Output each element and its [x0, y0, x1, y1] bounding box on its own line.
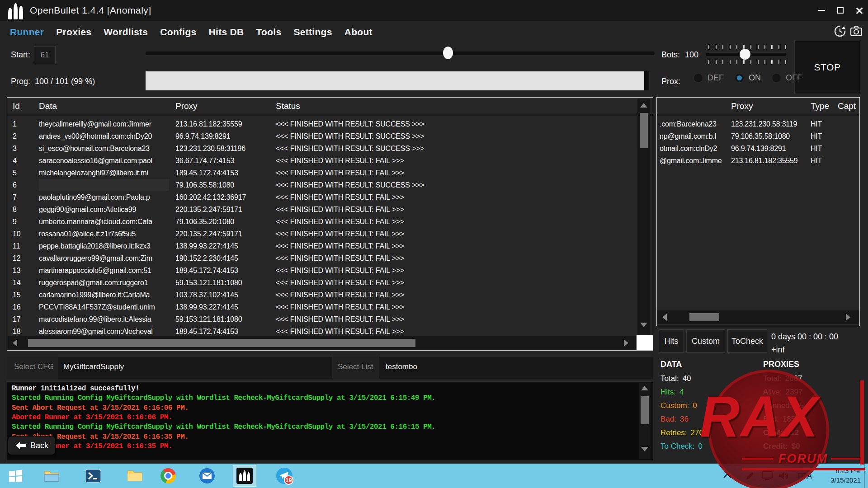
menu-item-settings[interactable]: Settings — [293, 27, 332, 38]
hits-header-type[interactable]: Type — [811, 98, 829, 115]
table-row[interactable]: 3si_esco@hotmail.com:Barcelona23123.231.… — [7, 142, 653, 155]
table-row[interactable]: 12cavallaroruggero99@gmail.com:Zim190.15… — [7, 252, 653, 264]
table-row[interactable]: 14ruggerospad@gmail.com:ruggero159.153.1… — [7, 277, 653, 289]
scroll-right-arrow[interactable] — [624, 339, 628, 347]
table-row[interactable]: 13martinarappocciolo5@gmail.com:51189.45… — [7, 264, 653, 277]
update-check-icon[interactable] — [833, 24, 847, 38]
hits-header-proxy[interactable]: Proxy — [731, 98, 753, 115]
file-explorer-icon[interactable] — [40, 465, 63, 487]
network-display-icon[interactable] — [761, 471, 773, 481]
minimize-button[interactable] — [814, 4, 829, 17]
tab-hits[interactable]: Hits — [659, 329, 684, 353]
tab-custom[interactable]: Custom — [686, 329, 725, 353]
wordlist-field[interactable] — [379, 357, 653, 379]
openbullet-taskbar-icon[interactable] — [233, 465, 256, 487]
close-button[interactable] — [852, 4, 867, 17]
hits-header-capture[interactable]: Capt — [838, 98, 859, 115]
openbullet-logo-icon — [7, 2, 25, 19]
thunderbird-mail-icon[interactable] — [195, 465, 219, 487]
results-hscroll-thumb[interactable] — [28, 339, 415, 347]
table-row[interactable]: 11peppe.battaglia2018@libero.it:lkzx3138… — [7, 240, 653, 252]
start-input[interactable]: 61 — [34, 46, 56, 64]
table-row[interactable]: 2andres_vs00@hotmail.com:clnDy2096.9.74.… — [7, 130, 653, 142]
telegram-icon[interactable]: 19 — [273, 465, 296, 487]
clock-time[interactable]: 6:23 PM — [822, 467, 861, 474]
hit-data: @gmail.com:Jimme — [660, 155, 728, 167]
stop-button[interactable]: STOP — [794, 41, 860, 94]
screenshot-camera-icon[interactable] — [849, 24, 863, 38]
bots-slider-thumb[interactable] — [740, 49, 750, 60]
tab-tocheck[interactable]: ToCheck — [727, 329, 767, 353]
scroll-down-arrow[interactable] — [640, 323, 647, 327]
table-row[interactable]: 1theycallmereilly@gmail.com:Jimmer213.16… — [7, 118, 653, 130]
row-proxy: 96.9.74.139:8291 — [175, 130, 273, 142]
results-vscroll-thumb[interactable] — [640, 113, 648, 148]
bots-value: 100 — [685, 50, 698, 60]
select-list-label[interactable]: Select List — [338, 362, 373, 371]
start-button[interactable] — [4, 465, 27, 487]
chrome-icon[interactable] — [156, 465, 180, 487]
table-row[interactable]: 5michelangelozanghi97@libero.it:mi189.45… — [7, 167, 653, 179]
menu-item-wordlists[interactable]: Wordlists — [104, 27, 148, 38]
position-slider-thumb[interactable] — [443, 47, 453, 59]
prox-radio-def[interactable] — [693, 73, 703, 83]
maximize-button[interactable] — [833, 4, 848, 17]
folder-icon[interactable] — [123, 465, 146, 487]
column-header-proxy[interactable]: Proxy — [175, 98, 198, 115]
show-desktop-divider[interactable] — [864, 464, 865, 488]
hit-row[interactable]: @gmail.com:Jimme213.16.81.182:35559HIT — [657, 155, 859, 167]
hits-hscrollbar[interactable] — [657, 310, 859, 324]
table-row[interactable]: 8geggi90@gmail.com:Atletica99220.135.2.2… — [7, 203, 653, 216]
row-data: carlamarino1999@libero.it:CarlaMa — [39, 289, 169, 301]
hit-proxy: 79.106.35.58:1080 — [731, 130, 809, 142]
pen-input-icon[interactable] — [745, 471, 755, 481]
table-row[interactable]: 10rossana01@alice.it:z1r7s6f5u5220.135.2… — [7, 228, 653, 240]
log-scroll-down-arrow[interactable] — [641, 447, 648, 451]
table-row[interactable]: 17marcodistefano.99@libero.it:Alessia59.… — [7, 313, 653, 325]
row-data: martinarappocciolo5@gmail.com:51 — [39, 264, 169, 277]
menu-item-configs[interactable]: Configs — [160, 27, 196, 38]
menu-item-proxies[interactable]: Proxies — [56, 27, 91, 38]
powershell-icon[interactable] — [81, 465, 105, 487]
table-row[interactable]: 679.106.35.58:1080<<< FINISHED WITH RESU… — [7, 179, 653, 191]
hit-row[interactable]: otmail.com:clnDy296.9.74.139:8291HIT — [657, 142, 859, 155]
row-status: <<< FINISHED WITH RESULT: FAIL >>> — [276, 289, 633, 301]
hits-scroll-left-arrow[interactable] — [662, 314, 667, 321]
position-slider[interactable] — [146, 52, 655, 55]
clock-date[interactable]: 3/15/2021 — [822, 476, 861, 484]
scroll-up-arrow[interactable] — [640, 103, 647, 108]
table-row[interactable]: 4saracenoalessio16@gmail.com:paol36.67.1… — [7, 155, 653, 167]
table-row[interactable]: 7paolaplutino99@gmail.com:Paola.p160.202… — [7, 191, 653, 203]
select-cfg-label[interactable]: Select CFG — [14, 362, 54, 371]
menu-item-about[interactable]: About — [344, 27, 373, 38]
hits-hscroll-thumb[interactable] — [689, 313, 719, 321]
scroll-left-arrow[interactable] — [13, 339, 17, 347]
log-vscroll-thumb[interactable] — [641, 396, 649, 424]
menu-item-hits-db[interactable]: Hits DB — [209, 27, 244, 38]
hidden-icons-chevron[interactable] — [722, 473, 732, 479]
hit-row[interactable]: np@gmail.com:b.l79.106.35.58:1080HIT — [657, 130, 859, 142]
hit-row[interactable]: .com:Barcelona23123.231.230.58:3119HIT — [657, 118, 859, 130]
wordlist-value: testombo — [386, 362, 417, 371]
language-indicator[interactable]: FRA — [797, 472, 812, 480]
row-id: 1 — [13, 118, 33, 130]
menu-item-runner[interactable]: Runner — [10, 27, 44, 38]
column-header-id[interactable]: Id — [13, 98, 20, 115]
prox-radio-off[interactable] — [772, 73, 781, 83]
eta-label: +inf — [771, 345, 785, 355]
menu-item-tools[interactable]: Tools — [256, 27, 282, 38]
row-data: geggi90@gmail.com:Atletica99 — [39, 203, 169, 216]
log-scroll-up-arrow[interactable] — [641, 386, 648, 390]
column-header-data[interactable]: Data — [39, 98, 57, 115]
hits-scroll-right-arrow[interactable] — [846, 314, 850, 321]
speaker-icon[interactable] — [778, 471, 789, 481]
table-row[interactable]: 16PCCVTI88A14F537Z@studenti.unim138.99.9… — [7, 301, 653, 313]
row-status: <<< FINISHED WITH RESULT: FAIL >>> — [276, 264, 633, 277]
bots-label: Bots: — [661, 50, 680, 60]
back-button[interactable]: Back — [8, 436, 56, 455]
table-row[interactable]: 15carlamarino1999@libero.it:CarlaMa103.7… — [7, 289, 653, 301]
prox-radio-on[interactable] — [735, 73, 744, 83]
table-row[interactable]: 9umberto.mannara@icloud.com:Cata79.106.3… — [7, 216, 653, 228]
table-row[interactable]: 18alessiarom99@gmail.com:Alecheval189.45… — [7, 325, 653, 338]
column-header-status[interactable]: Status — [276, 98, 300, 115]
